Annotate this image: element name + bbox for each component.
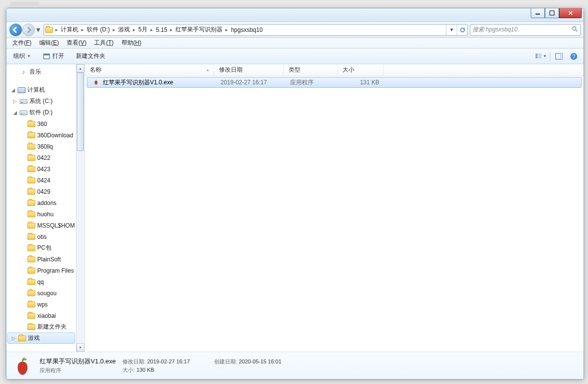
column-name[interactable]: 名称▴: [85, 64, 214, 76]
drive-icon: [20, 110, 27, 115]
maximize-button[interactable]: [545, 8, 559, 18]
search-input[interactable]: 搜索 hpgsxsbq10: [470, 24, 581, 36]
view-options-button[interactable]: ▼: [535, 51, 547, 62]
folder-icon: [27, 313, 35, 319]
details-title: 红苹果手写识别器V1.0.exe: [40, 357, 116, 366]
nav-history-dropdown[interactable]: ▾: [35, 24, 42, 36]
breadcrumb-item[interactable]: 游戏: [117, 25, 131, 35]
tree-item-folder[interactable]: 0422: [6, 152, 76, 163]
svg-rect-7: [536, 57, 538, 58]
tree-item-folder[interactable]: Program Files: [6, 265, 76, 276]
search-icon: [572, 26, 578, 34]
tree-item-label: 游戏: [28, 334, 40, 342]
column-size[interactable]: 大小: [338, 64, 384, 76]
meta-size-value: 130 KB: [136, 367, 154, 373]
scroll-down-button[interactable]: ▾: [76, 343, 84, 352]
tree-item-folder[interactable]: obs: [6, 231, 76, 242]
address-bar[interactable]: ▸ 计算机▸ 软件 (D:)▸ 游戏▸ 5月▸ 5.15▸ 红苹果手写识别器▸ …: [44, 24, 468, 36]
menu-tools[interactable]: 工具(T): [90, 38, 117, 48]
svg-rect-1: [550, 11, 554, 15]
preview-pane-button[interactable]: [553, 51, 565, 62]
svg-point-2: [573, 26, 576, 30]
tree-item-label: addons: [37, 200, 56, 206]
tree-item-folder[interactable]: huohu: [6, 208, 76, 220]
tree-item-folder[interactable]: MSSQL$HOM: [6, 220, 76, 231]
chevron-icon[interactable]: ▸: [111, 27, 117, 32]
forward-button[interactable]: [22, 24, 35, 36]
svg-point-15: [24, 358, 27, 360]
breadcrumb-item[interactable]: 软件 (D:): [85, 25, 111, 35]
svg-rect-0: [536, 14, 540, 15]
breadcrumb-item[interactable]: hpgsxsbq10: [229, 25, 264, 35]
tree-item-computer[interactable]: ◢计算机: [6, 84, 76, 96]
tree-item-folder[interactable]: 新建文件夹: [6, 321, 76, 333]
chevron-icon[interactable]: ▸: [169, 27, 174, 32]
menu-help[interactable]: 帮助(H): [118, 38, 146, 48]
organize-button[interactable]: 组织 ▼: [10, 51, 34, 62]
chevron-icon[interactable]: ▸: [131, 27, 137, 32]
folder-icon: [27, 279, 35, 285]
address-dropdown[interactable]: ▾: [446, 25, 457, 35]
nav-buttons: ▾: [9, 24, 42, 36]
file-row[interactable]: 红苹果手写识别器V1.0.exe 2019-02-27 16:17 应用程序 1…: [87, 77, 582, 88]
minimize-button[interactable]: [531, 8, 545, 18]
tree-item-label: Program Files: [37, 267, 74, 274]
tree-item-folder[interactable]: PlainSoft: [6, 254, 76, 265]
chevron-icon[interactable]: ▸: [54, 27, 59, 32]
chevron-icon[interactable]: ▸: [149, 27, 154, 32]
tree-item-drive-c[interactable]: ▷系统 (C:): [6, 96, 76, 107]
tree-item-music[interactable]: ♪音乐: [6, 66, 76, 77]
tree-item-folder[interactable]: 0423: [6, 163, 76, 175]
scroll-thumb[interactable]: [77, 73, 84, 151]
bg-decor: [10, 1, 39, 5]
tree-item-drive-d[interactable]: ◢软件 (D:): [6, 107, 76, 118]
folder-icon: [44, 27, 54, 33]
tree-item-folder[interactable]: 0429: [6, 186, 76, 197]
tree-item-label: xiaobai: [37, 312, 56, 319]
sidebar-scrollbar[interactable]: ▴ ▾: [76, 64, 84, 352]
tree-item-folder[interactable]: 360llq: [6, 141, 76, 152]
tree-item-label: 360Download: [37, 132, 73, 139]
tree-item-label: 0422: [37, 154, 50, 161]
tree-item-folder[interactable]: qq: [6, 276, 76, 287]
tree-item-label: MSSQL$HOM: [37, 222, 75, 229]
menu-edit[interactable]: 编辑(E): [35, 38, 63, 48]
scroll-up-button[interactable]: ▴: [76, 64, 84, 73]
breadcrumb-item[interactable]: 红苹果手写识别器: [174, 25, 224, 35]
apple-icon: [92, 78, 100, 86]
back-button[interactable]: [9, 24, 22, 36]
tree-item-folder[interactable]: 360: [6, 118, 76, 129]
folder-icon: [27, 223, 35, 229]
tree-item-folder[interactable]: PC包: [6, 242, 76, 254]
explorer-window: ▾ ▸ 计算机▸ 软件 (D:)▸ 游戏▸ 5月▸ 5.15▸ 红苹果手写识别器…: [6, 8, 584, 380]
menu-view[interactable]: 查看(V): [63, 38, 90, 48]
tree-item-folder[interactable]: xiaobai: [6, 310, 76, 321]
tree-item-folder[interactable]: 0424: [6, 175, 76, 186]
svg-rect-12: [560, 53, 563, 59]
open-button[interactable]: 打开: [40, 51, 67, 62]
tree-item-folder[interactable]: sougou: [6, 287, 76, 299]
breadcrumb-item[interactable]: 计算机: [59, 25, 80, 35]
help-button[interactable]: ?: [568, 51, 580, 62]
breadcrumb-item[interactable]: 5月: [137, 25, 149, 35]
new-folder-button[interactable]: 新建文件夹: [73, 51, 108, 62]
tree-item-folder[interactable]: wps: [6, 299, 76, 310]
open-icon: [43, 52, 50, 60]
tree-item-label: 0423: [37, 166, 50, 173]
menu-file[interactable]: 文件(F): [8, 38, 35, 48]
chevron-icon[interactable]: ▸: [80, 27, 85, 32]
chevron-icon[interactable]: ▸: [224, 27, 229, 32]
tree-item-folder[interactable]: ▷游戏: [7, 333, 75, 344]
tree-item-folder[interactable]: 360Download: [6, 129, 76, 141]
close-button[interactable]: [559, 8, 582, 18]
column-date[interactable]: 修改日期: [214, 64, 284, 76]
titlebar: [6, 8, 584, 22]
column-type[interactable]: 类型: [284, 64, 338, 76]
tree-item-folder[interactable]: addons: [6, 197, 76, 208]
refresh-button[interactable]: [457, 25, 467, 35]
scroll-track[interactable]: [76, 73, 84, 343]
folder-icon: [27, 290, 35, 296]
file-size: 131 KB: [339, 79, 384, 86]
breadcrumb-item[interactable]: 5.15: [154, 25, 169, 35]
meta-mod-value: 2019-02-27 16:17: [147, 358, 190, 364]
